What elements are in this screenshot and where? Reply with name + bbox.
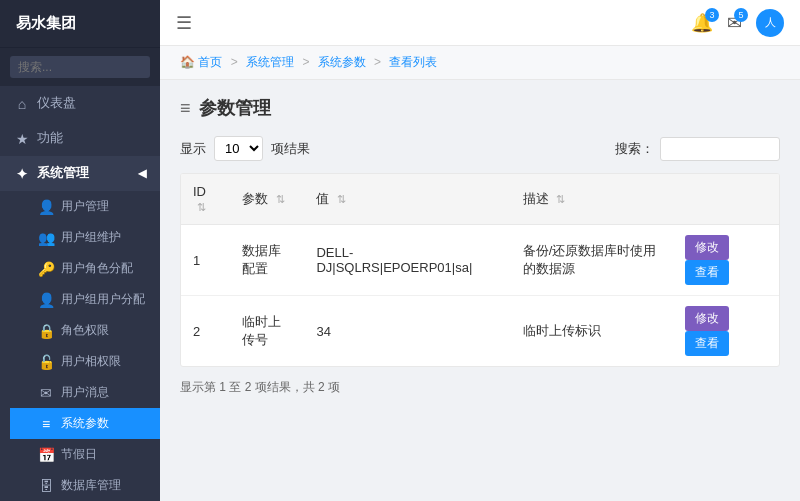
breadcrumb-home[interactable]: 首页 xyxy=(198,55,222,69)
topbar-left: ☰ xyxy=(176,12,192,34)
notification-badge: 3 xyxy=(705,8,719,22)
message-button[interactable]: ✉ 5 xyxy=(727,12,742,34)
sidebar-item-user-msg[interactable]: ✉ 用户消息 xyxy=(10,377,160,408)
topbar-right: 🔔 3 ✉ 5 人 xyxy=(691,9,784,37)
sidebar-item-user-group-user[interactable]: 👤 用户组用户分配 xyxy=(10,284,160,315)
user-perm-icon: 🔓 xyxy=(38,354,54,370)
sidebar-item-function[interactable]: ★ 功能 xyxy=(0,121,160,156)
sidebar-item-label: 系统管理 xyxy=(37,165,89,182)
table-row: 2 临时上传号 34 临时上传标识 修改 查看 xyxy=(181,296,779,367)
table-header: ID ⇅ 参数 ⇅ 值 ⇅ 描述 ⇅ xyxy=(181,174,779,225)
user-mgmt-icon: 👤 xyxy=(38,199,54,215)
table-row: 1 数据库配置 DELL-DJ|SQLRS|EPOERP01|sa| 备份/还原… xyxy=(181,225,779,296)
cell-desc: 临时上传标识 xyxy=(511,296,673,367)
cell-param: 临时上传号 xyxy=(230,296,304,367)
sidebar-item-role-perm[interactable]: 🔒 角色权限 xyxy=(10,315,160,346)
breadcrumb-sep-1: > xyxy=(231,55,238,69)
user-msg-icon: ✉ xyxy=(38,385,54,401)
search-input[interactable] xyxy=(660,137,780,161)
toolbar: 显示 10 25 50 项结果 搜索： xyxy=(180,136,780,161)
sidebar-item-user-role-assign[interactable]: 🔑 用户角色分配 xyxy=(10,253,160,284)
sidebar-item-label: 系统参数 xyxy=(61,415,109,432)
cell-value: 34 xyxy=(304,296,510,367)
dashboard-icon: ⌂ xyxy=(14,96,30,112)
sidebar-search-input[interactable] xyxy=(10,56,150,78)
sidebar-item-label: 仪表盘 xyxy=(37,95,76,112)
show-label: 显示 xyxy=(180,140,206,158)
breadcrumb: 🏠 首页 > 系统管理 > 系统参数 > 查看列表 xyxy=(160,46,800,80)
toolbar-right: 搜索： xyxy=(615,137,780,161)
message-badge: 5 xyxy=(734,8,748,22)
col-desc[interactable]: 描述 ⇅ xyxy=(511,174,673,225)
breadcrumb-system-mgmt[interactable]: 系统管理 xyxy=(246,55,294,69)
hamburger-button[interactable]: ☰ xyxy=(176,12,192,34)
page-title-text: 参数管理 xyxy=(199,96,271,120)
show-suffix: 项结果 xyxy=(271,140,310,158)
view-button-1[interactable]: 查看 xyxy=(685,331,729,356)
content-area: ≡ 参数管理 显示 10 25 50 项结果 搜索： xyxy=(160,80,800,501)
breadcrumb-current: 查看列表 xyxy=(389,55,437,69)
user-role-icon: 🔑 xyxy=(38,261,54,277)
sidebar-item-label: 用户管理 xyxy=(61,198,109,215)
sidebar-item-holiday[interactable]: 📅 节假日 xyxy=(10,439,160,470)
cell-action: 修改 查看 xyxy=(673,296,779,367)
data-table-wrapper: ID ⇅ 参数 ⇅ 值 ⇅ 描述 ⇅ xyxy=(180,173,780,367)
breadcrumb-sys-param[interactable]: 系统参数 xyxy=(318,55,366,69)
sys-param-icon: ≡ xyxy=(38,416,54,432)
cell-id: 2 xyxy=(181,296,230,367)
cell-value: DELL-DJ|SQLRS|EPOERP01|sa| xyxy=(304,225,510,296)
user-group-icon: 👥 xyxy=(38,230,54,246)
sidebar-item-label: 用户角色分配 xyxy=(61,260,133,277)
sidebar-item-system-mgmt[interactable]: ✦ 系统管理 ◀ xyxy=(0,156,160,191)
main-area: ☰ 🔔 3 ✉ 5 人 🏠 首页 > 系统管理 > 系统参数 > 查看列表 ≡ … xyxy=(160,0,800,501)
breadcrumb-sep-3: > xyxy=(374,55,381,69)
sidebar-item-user-group-maint[interactable]: 👥 用户组维护 xyxy=(10,222,160,253)
show-count-select[interactable]: 10 25 50 xyxy=(214,136,263,161)
toolbar-left: 显示 10 25 50 项结果 xyxy=(180,136,310,161)
col-id[interactable]: ID ⇅ xyxy=(181,174,230,225)
cell-action: 修改 查看 xyxy=(673,225,779,296)
sidebar-menu: ⌂ 仪表盘 ★ 功能 ✦ 系统管理 ◀ 👤 用户管理 👥 用户组维护 🔑 xyxy=(0,86,160,501)
chevron-icon: ◀ xyxy=(138,167,146,180)
sort-desc-icon: ⇅ xyxy=(556,193,565,205)
page-title-icon: ≡ xyxy=(180,98,191,119)
pagination-info: 显示第 1 至 2 项结果，共 2 项 xyxy=(180,379,780,396)
col-param[interactable]: 参数 ⇅ xyxy=(230,174,304,225)
sidebar-item-label: 数据库管理 xyxy=(61,477,121,494)
system-mgmt-icon: ✦ xyxy=(14,166,30,182)
edit-button-0[interactable]: 修改 xyxy=(685,235,729,260)
cell-param: 数据库配置 xyxy=(230,225,304,296)
edit-button-1[interactable]: 修改 xyxy=(685,306,729,331)
sort-id-icon: ⇅ xyxy=(197,201,206,213)
sidebar-search-box[interactable] xyxy=(0,48,160,86)
sidebar-item-db-mgmt[interactable]: 🗄 数据库管理 xyxy=(10,470,160,501)
holiday-icon: 📅 xyxy=(38,447,54,463)
col-value[interactable]: 值 ⇅ xyxy=(304,174,510,225)
sidebar-item-label: 用户消息 xyxy=(61,384,109,401)
sidebar: 易水集团 ⌂ 仪表盘 ★ 功能 ✦ 系统管理 ◀ 👤 用户管理 👥 xyxy=(0,0,160,501)
user-group-user-icon: 👤 xyxy=(38,292,54,308)
cell-desc: 备份/还原数据库时使用的数据源 xyxy=(511,225,673,296)
topbar: ☰ 🔔 3 ✉ 5 人 xyxy=(160,0,800,46)
user-avatar[interactable]: 人 xyxy=(756,9,784,37)
view-button-0[interactable]: 查看 xyxy=(685,260,729,285)
sidebar-item-label: 功能 xyxy=(37,130,63,147)
page-title: ≡ 参数管理 xyxy=(180,96,780,120)
sidebar-item-label: 节假日 xyxy=(61,446,97,463)
sidebar-submenu-system: 👤 用户管理 👥 用户组维护 🔑 用户角色分配 👤 用户组用户分配 🔒 角色权限… xyxy=(0,191,160,501)
notification-button[interactable]: 🔔 3 xyxy=(691,12,713,34)
db-mgmt-icon: 🗄 xyxy=(38,478,54,494)
cell-id: 1 xyxy=(181,225,230,296)
sidebar-item-dashboard[interactable]: ⌂ 仪表盘 xyxy=(0,86,160,121)
function-icon: ★ xyxy=(14,131,30,147)
search-label: 搜索： xyxy=(615,140,654,158)
breadcrumb-sep-2: > xyxy=(302,55,309,69)
sidebar-item-label: 用户组用户分配 xyxy=(61,291,145,308)
sort-param-icon: ⇅ xyxy=(276,193,285,205)
sidebar-item-label: 用户相权限 xyxy=(61,353,121,370)
sidebar-item-user-perm[interactable]: 🔓 用户相权限 xyxy=(10,346,160,377)
sidebar-item-user-mgmt[interactable]: 👤 用户管理 xyxy=(10,191,160,222)
table-body: 1 数据库配置 DELL-DJ|SQLRS|EPOERP01|sa| 备份/还原… xyxy=(181,225,779,367)
sidebar-item-sys-param[interactable]: ≡ 系统参数 xyxy=(10,408,160,439)
sidebar-logo: 易水集团 xyxy=(0,0,160,48)
